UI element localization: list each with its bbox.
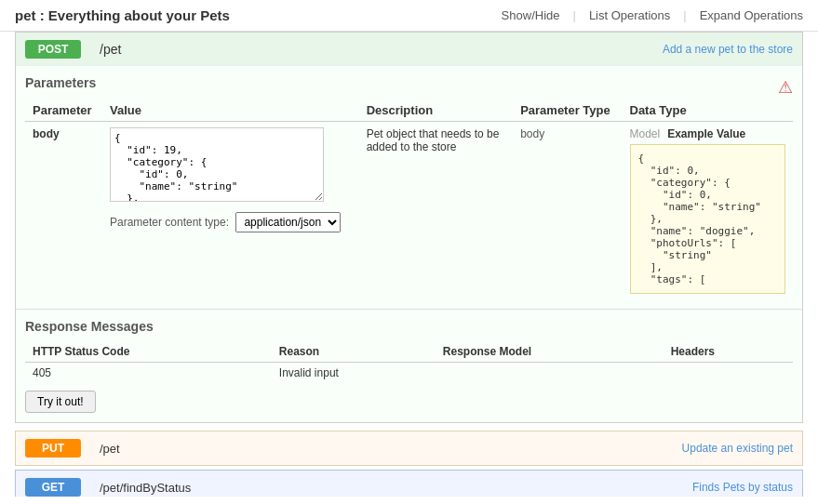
param-description: Pet object that needs to be added to the… — [367, 127, 506, 153]
col-description: Description — [359, 99, 514, 122]
resp-col-headers: Headers — [664, 341, 793, 363]
post-endpoint-section: POST /pet Add a new pet to the store Par… — [15, 32, 803, 423]
get-findstatus-badge: GET — [25, 478, 81, 497]
resp-reason: Invalid input — [272, 363, 436, 384]
model-tab[interactable]: Model — [630, 127, 661, 140]
page-title: pet : Everything about your Pets — [15, 7, 230, 23]
params-section: Parameters ⚠ Parameter Value Description… — [16, 66, 802, 309]
col-data-type: Data Type — [623, 99, 794, 122]
params-title: Parameters — [25, 75, 96, 90]
show-hide-link[interactable]: Show/Hide — [502, 8, 560, 22]
response-section: Response Messages HTTP Status Code Reaso… — [16, 309, 802, 422]
content-type-label: Parameter content type: — [110, 216, 229, 229]
header-actions: Show/Hide | List Operations | Expand Ope… — [502, 8, 803, 22]
response-title: Response Messages — [25, 319, 793, 334]
resp-col-model: Response Model — [436, 341, 664, 363]
top-header: pet : Everything about your Pets Show/Hi… — [0, 0, 818, 32]
expand-operations-link[interactable]: Expand Operations — [700, 8, 803, 22]
get-find-by-status-row: GET /pet/findByStatus Finds Pets by stat… — [15, 470, 803, 497]
param-type: body — [520, 127, 544, 140]
put-endpoint-row: PUT /pet Update an existing pet — [15, 431, 803, 466]
response-table: HTTP Status Code Reason Response Model H… — [25, 341, 793, 383]
resp-headers — [664, 363, 793, 384]
example-value-text: { "id": 0, "category": { "id": 0, "name"… — [638, 153, 778, 285]
main-content: POST /pet Add a new pet to the store Par… — [0, 32, 818, 497]
resp-col-reason: Reason — [272, 341, 436, 363]
get-findstatus-path: /pet/findByStatus — [100, 481, 191, 495]
put-endpoint-path: /pet — [100, 442, 120, 456]
title-rest: : Everything about your Pets — [36, 7, 230, 23]
resp-model — [436, 363, 664, 384]
get-findstatus-desc: Finds Pets by status — [692, 481, 793, 494]
put-method-badge: PUT — [25, 439, 81, 458]
resp-col-code: HTTP Status Code — [25, 341, 272, 363]
example-value-tab[interactable]: Example Value — [667, 127, 745, 140]
col-value: Value — [102, 99, 359, 122]
put-endpoint-desc: Update an existing pet — [682, 442, 793, 455]
post-endpoint-desc: Add a new pet to the store — [663, 43, 793, 56]
col-parameter: Parameter — [25, 99, 102, 122]
col-param-type: Parameter Type — [513, 99, 622, 122]
response-row: 405 Invalid input — [25, 363, 793, 384]
table-row: body { "id": 19, "category": { "id": 0, … — [25, 122, 793, 300]
params-warning-icon: ⚠ — [778, 77, 793, 98]
param-body-textarea[interactable]: { "id": 19, "category": { "id": 0, "name… — [110, 127, 324, 202]
post-method-badge: POST — [25, 40, 81, 59]
post-endpoint-path: /pet — [100, 42, 121, 57]
content-type-select[interactable]: application/json application/xml text/pl… — [235, 212, 341, 232]
example-value-box: { "id": 0, "category": { "id": 0, "name"… — [630, 144, 786, 294]
list-operations-link[interactable]: List Operations — [589, 8, 670, 22]
content-type-row: Parameter content type: application/json… — [110, 212, 352, 232]
resp-status-code: 405 — [25, 363, 272, 384]
other-endpoints: PUT /pet Update an existing pet GET /pet… — [15, 431, 803, 497]
params-table: Parameter Value Description Parameter Ty… — [25, 99, 793, 299]
title-bold: pet — [15, 7, 36, 23]
param-name: body — [33, 127, 60, 140]
post-endpoint-header: POST /pet Add a new pet to the store — [16, 33, 802, 66]
model-tabs: Model Example Value — [630, 127, 786, 140]
try-it-out-button[interactable]: Try it out! — [25, 391, 96, 413]
